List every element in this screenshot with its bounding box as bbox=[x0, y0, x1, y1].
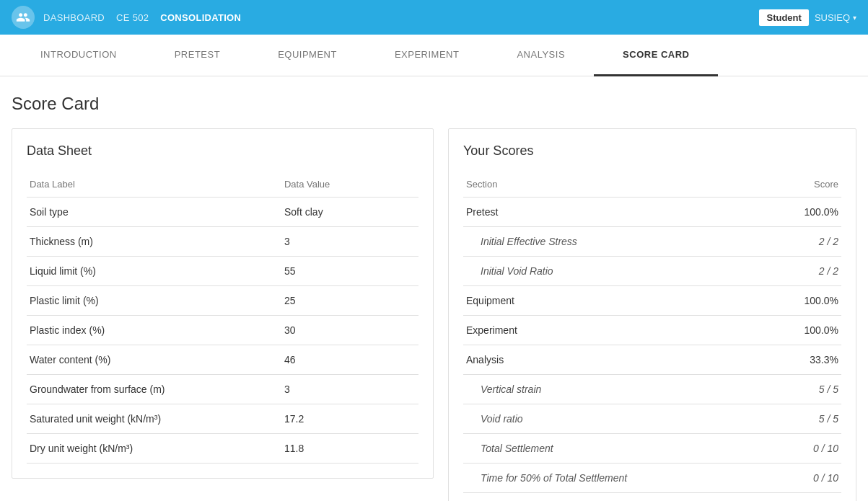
data-label: Saturated unit weight (kN/m³) bbox=[27, 404, 281, 434]
table-row: Groundwater from surface (m) 3 bbox=[27, 375, 418, 404]
data-label: Thickness (m) bbox=[27, 227, 281, 257]
score-value: 0 / 10 bbox=[747, 434, 841, 464]
section-label: Analysis bbox=[463, 345, 747, 375]
table-row: Thickness (m) 3 bbox=[27, 227, 418, 257]
score-value: 2 / 2 bbox=[747, 257, 841, 286]
tab-experiment[interactable]: EXPERIMENT bbox=[366, 35, 488, 76]
data-value-header: Data Value bbox=[281, 173, 418, 198]
data-label: Plastic limit (%) bbox=[27, 286, 281, 316]
table-row: Time for 50% of Total Settlement 0 / 10 bbox=[463, 464, 841, 493]
data-value: 30 bbox=[281, 316, 418, 345]
scores-table: Section Score Pretest 100.0% Initial Eff… bbox=[463, 173, 841, 493]
data-label: Groundwater from surface (m) bbox=[27, 375, 281, 404]
data-value: 25 bbox=[281, 286, 418, 316]
data-label: Plastic index (%) bbox=[27, 316, 281, 345]
user-avatar-icon bbox=[12, 6, 35, 29]
score-value: 33.3% bbox=[747, 345, 841, 375]
score-value: 100.0% bbox=[747, 316, 841, 345]
data-label-header: Data Label bbox=[27, 173, 281, 198]
consolidation-link[interactable]: CONSOLIDATION bbox=[160, 12, 241, 23]
table-row: Plastic index (%) 30 bbox=[27, 316, 418, 345]
tab-pretest[interactable]: PRETEST bbox=[146, 35, 249, 76]
data-label: Liquid limit (%) bbox=[27, 257, 281, 286]
topnav-links: DASHBOARD CE 502 CONSOLIDATION bbox=[43, 12, 759, 23]
data-value: 17.2 bbox=[281, 404, 418, 434]
tab-analysis[interactable]: ANALYSIS bbox=[488, 35, 594, 76]
tab-introduction[interactable]: INTRODUCTION bbox=[12, 35, 146, 76]
table-row: Analysis 33.3% bbox=[463, 345, 841, 375]
data-value: 46 bbox=[281, 345, 418, 375]
section-label: Total Settlement bbox=[463, 434, 747, 464]
score-value: 0 / 10 bbox=[747, 464, 841, 493]
cards-row: Data Sheet Data Label Data Value Soil ty… bbox=[12, 128, 856, 501]
table-row: Initial Effective Stress 2 / 2 bbox=[463, 227, 841, 257]
table-row: Total Settlement 0 / 10 bbox=[463, 434, 841, 464]
data-label: Water content (%) bbox=[27, 345, 281, 375]
scores-card: Your Scores Section Score Pretest 100.0%… bbox=[448, 128, 856, 501]
topnav-right: Student SUSIEQ ▾ bbox=[759, 9, 856, 26]
table-row: Water content (%) 46 bbox=[27, 345, 418, 375]
scores-title: Your Scores bbox=[463, 143, 841, 159]
score-value: 5 / 5 bbox=[747, 404, 841, 434]
data-value: 55 bbox=[281, 257, 418, 286]
section-label: Initial Effective Stress bbox=[463, 227, 747, 257]
table-row: Soil type Soft clay bbox=[27, 198, 418, 227]
chevron-down-icon: ▾ bbox=[853, 14, 856, 22]
section-label: Experiment bbox=[463, 316, 747, 345]
section-label: Equipment bbox=[463, 286, 747, 316]
table-row: Liquid limit (%) 55 bbox=[27, 257, 418, 286]
data-sheet-card: Data Sheet Data Label Data Value Soil ty… bbox=[12, 128, 434, 479]
score-value: 100.0% bbox=[747, 198, 841, 227]
table-row: Vertical strain 5 / 5 bbox=[463, 375, 841, 404]
tab-nav: INTRODUCTION PRETEST EQUIPMENT EXPERIMEN… bbox=[0, 35, 868, 76]
score-value: 100.0% bbox=[747, 286, 841, 316]
table-row: Dry unit weight (kN/m³) 11.8 bbox=[27, 434, 418, 464]
dashboard-link[interactable]: DASHBOARD bbox=[43, 12, 105, 23]
tab-score-card[interactable]: SCORE CARD bbox=[594, 35, 718, 76]
section-label: Vertical strain bbox=[463, 375, 747, 404]
table-row: Initial Void Ratio 2 / 2 bbox=[463, 257, 841, 286]
table-row: Void ratio 5 / 5 bbox=[463, 404, 841, 434]
ce502-link[interactable]: CE 502 bbox=[116, 12, 149, 23]
top-nav: DASHBOARD CE 502 CONSOLIDATION Student S… bbox=[0, 0, 868, 35]
data-label: Soil type bbox=[27, 198, 281, 227]
table-row: Equipment 100.0% bbox=[463, 286, 841, 316]
section-header: Section bbox=[463, 173, 747, 198]
data-sheet-table: Data Label Data Value Soil type Soft cla… bbox=[27, 173, 418, 464]
section-label: Void ratio bbox=[463, 404, 747, 434]
user-name: SUSIEQ bbox=[815, 12, 850, 23]
score-value: 2 / 2 bbox=[747, 227, 841, 257]
student-badge: Student bbox=[759, 9, 808, 26]
section-label: Initial Void Ratio bbox=[463, 257, 747, 286]
data-label: Dry unit weight (kN/m³) bbox=[27, 434, 281, 464]
data-value: 3 bbox=[281, 375, 418, 404]
table-row: Experiment 100.0% bbox=[463, 316, 841, 345]
data-value: 11.8 bbox=[281, 434, 418, 464]
section-label: Pretest bbox=[463, 198, 747, 227]
data-sheet-title: Data Sheet bbox=[27, 143, 418, 159]
main-content: Score Card Data Sheet Data Label Data Va… bbox=[0, 76, 868, 501]
section-label: Time for 50% of Total Settlement bbox=[463, 464, 747, 493]
page-title: Score Card bbox=[12, 94, 856, 114]
score-value: 5 / 5 bbox=[747, 375, 841, 404]
table-row: Plastic limit (%) 25 bbox=[27, 286, 418, 316]
tab-equipment[interactable]: EQUIPMENT bbox=[249, 35, 366, 76]
table-row: Pretest 100.0% bbox=[463, 198, 841, 227]
score-header: Score bbox=[747, 173, 841, 198]
user-menu[interactable]: SUSIEQ ▾ bbox=[815, 12, 856, 23]
data-value: 3 bbox=[281, 227, 418, 257]
data-value: Soft clay bbox=[281, 198, 418, 227]
table-row: Saturated unit weight (kN/m³) 17.2 bbox=[27, 404, 418, 434]
